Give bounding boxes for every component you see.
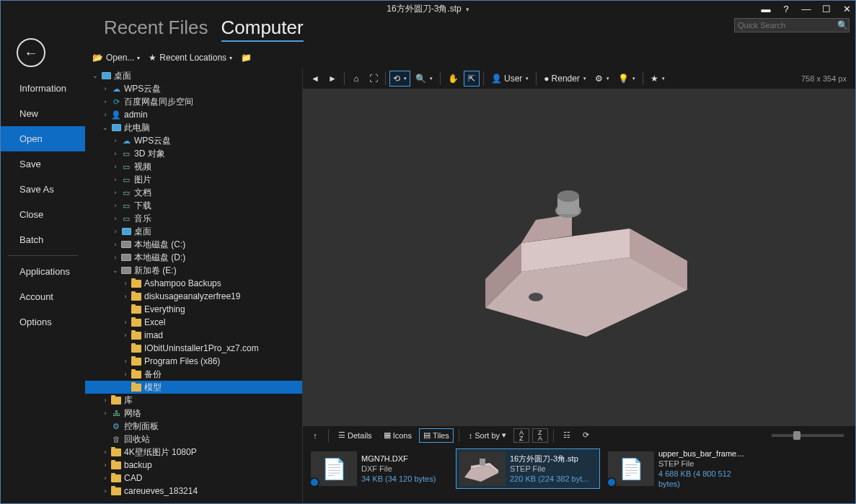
- expand-arrow-icon[interactable]: ›: [121, 358, 130, 365]
- filter-button[interactable]: ☷: [559, 428, 575, 443]
- expand-arrow-icon[interactable]: ›: [111, 150, 120, 157]
- sidebar-item-options[interactable]: Options: [1, 309, 85, 335]
- sidebar-item-new[interactable]: New: [1, 101, 85, 126]
- minimize-icon[interactable]: —: [800, 3, 812, 14]
- expand-arrow-icon[interactable]: ›: [111, 163, 120, 170]
- nav-forward-button[interactable]: ►: [325, 71, 340, 87]
- tree-node[interactable]: IObitUninstaller1Pro_xz7.com: [85, 342, 302, 355]
- sidebar-item-close[interactable]: Close: [1, 202, 85, 227]
- zoom-icon[interactable]: 🔍▾: [412, 71, 436, 87]
- expand-arrow-icon[interactable]: ›: [101, 410, 110, 417]
- expand-arrow-icon[interactable]: ›: [111, 228, 120, 235]
- thumbnail-size-slider[interactable]: [772, 434, 844, 437]
- view-icons-button[interactable]: ▦ Icons: [379, 428, 416, 443]
- tree-node[interactable]: ›▭下载: [85, 199, 302, 212]
- tree-node[interactable]: ›👤admin: [85, 108, 302, 121]
- tree-node[interactable]: ⌄桌面: [85, 69, 302, 82]
- expand-arrow-icon[interactable]: ›: [101, 461, 110, 469]
- help-icon[interactable]: ?: [780, 3, 792, 14]
- expand-arrow-icon[interactable]: ›: [101, 98, 110, 105]
- file-tile[interactable]: 📄MGN7H.DXFDXF File34 KB (34 120 bytes): [307, 448, 451, 489]
- select-icon[interactable]: ⇱: [464, 71, 480, 87]
- sidebar-item-save[interactable]: Save: [1, 151, 85, 177]
- favorite-icon[interactable]: ★▾: [647, 71, 669, 87]
- file-tile[interactable]: 📄upper_bus_bar_frame_1.stpSTEP File4 688…: [604, 448, 749, 489]
- file-tile[interactable]: 16方外圆刀-3角.stpSTEP File220 KB (224 382 by…: [456, 448, 600, 489]
- folder-tree[interactable]: ⌄桌面›☁WPS云盘›⟳百度网盘同步空间›👤admin⌄此电脑›☁WPS云盘›▭…: [85, 68, 303, 503]
- up-button[interactable]: ↑: [307, 428, 323, 443]
- expand-arrow-icon[interactable]: ›: [101, 85, 110, 92]
- expand-arrow-icon[interactable]: ⌄: [91, 72, 100, 79]
- rotate-icon[interactable]: ⟲▾: [389, 71, 410, 87]
- tree-node[interactable]: ›CAD: [85, 472, 302, 485]
- nav-back-button[interactable]: ◄: [307, 71, 323, 87]
- expand-arrow-icon[interactable]: ›: [121, 332, 130, 339]
- tree-node[interactable]: ›4K壁纸图片 1080P: [85, 446, 302, 459]
- tree-node[interactable]: ›Excel: [85, 316, 302, 329]
- sidebar-item-batch[interactable]: Batch: [1, 227, 85, 252]
- sort-za-button[interactable]: ZA: [532, 428, 548, 443]
- expand-arrow-icon[interactable]: ›: [111, 176, 120, 183]
- tree-node[interactable]: ›⟳百度网盘同步空间: [85, 95, 302, 108]
- chat-icon[interactable]: ▬: [760, 3, 772, 14]
- expand-arrow-icon[interactable]: ›: [111, 241, 120, 248]
- preview-viewport[interactable]: [303, 89, 855, 425]
- tree-node[interactable]: Everything: [85, 303, 302, 316]
- back-button[interactable]: ←: [17, 38, 45, 67]
- tree-node[interactable]: ›diskusageanalyzerfree19: [85, 290, 302, 303]
- home-icon[interactable]: ⌂: [348, 71, 364, 87]
- expand-arrow-icon[interactable]: ›: [111, 215, 120, 222]
- sidebar-item-applications[interactable]: Applications: [1, 259, 85, 284]
- expand-arrow-icon[interactable]: ›: [121, 280, 130, 287]
- tree-node[interactable]: ›▭3D 对象: [85, 147, 302, 160]
- expand-arrow-icon[interactable]: ›: [101, 474, 110, 482]
- settings-icon[interactable]: ⚙▾: [591, 71, 613, 87]
- pan-icon[interactable]: ✋: [444, 71, 462, 87]
- tree-node[interactable]: ›▭图片: [85, 173, 302, 186]
- sidebar-item-open[interactable]: Open: [1, 126, 85, 151]
- tree-node[interactable]: ⌄此电脑: [85, 121, 302, 134]
- tab-recent-files[interactable]: Recent Files: [104, 17, 208, 39]
- expand-arrow-icon[interactable]: ›: [111, 202, 120, 209]
- tree-node[interactable]: ›☁WPS云盘: [85, 82, 302, 95]
- tree-node[interactable]: ›备份: [85, 368, 302, 381]
- sort-az-button[interactable]: AZ: [513, 428, 529, 443]
- tree-node[interactable]: ›本地磁盘 (D:): [85, 251, 302, 264]
- open-folder-button[interactable]: 📂 Open...▾: [89, 51, 143, 64]
- view-tiles-button[interactable]: ▤ Tiles: [419, 428, 454, 443]
- tree-node[interactable]: ›backup: [85, 459, 302, 472]
- expand-arrow-icon[interactable]: ›: [111, 189, 120, 196]
- tree-node[interactable]: ›▭视频: [85, 160, 302, 173]
- refresh-icon[interactable]: ⟳: [578, 428, 594, 443]
- tab-computer[interactable]: Computer: [221, 17, 304, 42]
- tree-node[interactable]: ›本地磁盘 (C:): [85, 238, 302, 251]
- expand-arrow-icon[interactable]: ›: [121, 293, 130, 300]
- tree-node[interactable]: ›Program Files (x86): [85, 355, 302, 368]
- expand-arrow-icon[interactable]: ⌄: [101, 124, 110, 131]
- sidebar-item-account[interactable]: Account: [1, 284, 85, 309]
- tree-node[interactable]: 模型: [85, 381, 302, 394]
- expand-arrow-icon[interactable]: ›: [111, 254, 120, 261]
- sidebar-item-information[interactable]: Information: [1, 76, 85, 101]
- tree-node[interactable]: ⚙控制面板: [85, 420, 302, 433]
- tree-node[interactable]: 🗑回收站: [85, 433, 302, 446]
- recent-locations-button[interactable]: ★ Recent Locations▾: [146, 51, 235, 64]
- sort-by-button[interactable]: ↕ Sort by▾: [464, 428, 511, 443]
- tree-node[interactable]: ›▭文档: [85, 186, 302, 199]
- tree-node[interactable]: ›🖧网络: [85, 407, 302, 420]
- expand-arrow-icon[interactable]: ›: [111, 137, 120, 144]
- tree-node[interactable]: ›Ashampoo Backups: [85, 277, 302, 290]
- expand-arrow-icon[interactable]: ›: [101, 448, 110, 456]
- tree-node[interactable]: ›库: [85, 394, 302, 407]
- expand-arrow-icon[interactable]: ›: [121, 319, 130, 326]
- tree-node[interactable]: ›桌面: [85, 225, 302, 238]
- bulb-icon[interactable]: 💡▾: [614, 71, 639, 87]
- expand-arrow-icon[interactable]: ›: [101, 397, 110, 404]
- up-folder-button[interactable]: 📁: [238, 51, 255, 64]
- expand-arrow-icon[interactable]: ⌄: [111, 267, 120, 274]
- expand-arrow-icon[interactable]: ›: [101, 111, 110, 118]
- tree-node[interactable]: ›☁WPS云盘: [85, 134, 302, 147]
- close-icon[interactable]: ✕: [841, 3, 852, 14]
- tree-node[interactable]: ⌄新加卷 (E:): [85, 264, 302, 277]
- maximize-icon[interactable]: ☐: [821, 3, 832, 14]
